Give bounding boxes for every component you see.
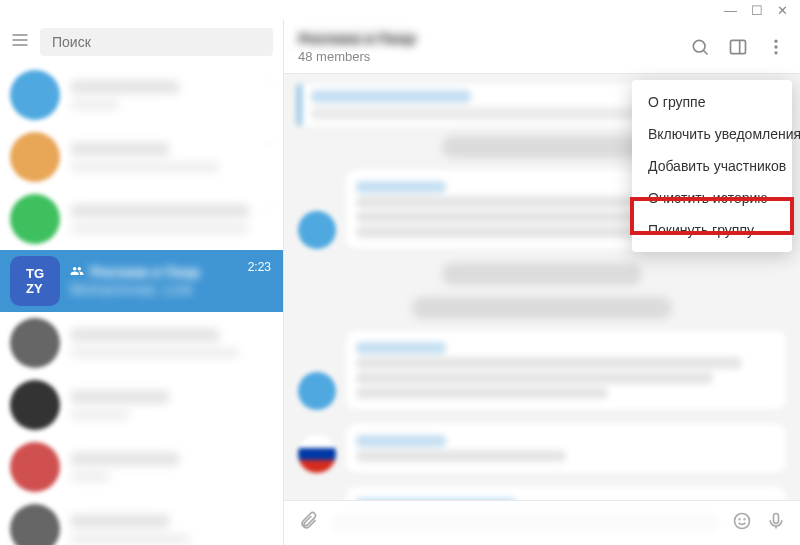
minimize-button[interactable]: — [724,3,737,18]
menu-leave-group[interactable]: Покинуть группу [632,214,792,246]
chat-list: · · · TGZY Реклама и Пиар Mohammad, Link… [0,64,283,545]
svg-rect-13 [774,514,779,524]
menu-enable-notifications[interactable]: Включить уведомления [632,118,792,150]
chat-list-item[interactable]: · [0,126,283,188]
chat-list-item[interactable]: · [0,64,283,126]
chat-list-item[interactable] [0,436,283,498]
svg-point-11 [739,519,740,520]
service-message [412,297,672,319]
chat-avatar: TGZY [10,256,60,306]
search-input[interactable] [40,28,273,56]
svg-line-4 [704,50,708,54]
group-icon [70,264,84,281]
date-separator [442,136,642,158]
chat-header: Реклама и Пиар 48 members [284,20,800,74]
chat-list-item[interactable] [0,374,283,436]
more-options-icon[interactable] [766,37,786,57]
chat-title: Реклама и Пиар [90,264,200,280]
chat-list-item[interactable]: · [0,188,283,250]
chat-list-item[interactable] [0,312,283,374]
message[interactable] [298,424,786,473]
header-title[interactable]: Реклама и Пиар [298,30,418,45]
svg-rect-5 [731,40,746,53]
svg-point-9 [774,51,777,54]
svg-point-3 [693,40,705,52]
header-members[interactable]: 48 members [298,49,418,64]
svg-point-8 [774,45,777,48]
close-button[interactable]: ✕ [777,3,788,18]
microphone-icon[interactable] [766,511,786,535]
sidebar: · · · TGZY Реклама и Пиар Mohammad, Link… [0,20,284,545]
message[interactable] [298,487,786,500]
maximize-button[interactable]: ☐ [751,3,763,18]
menu-clear-history[interactable]: Очистить историю [632,182,792,214]
service-message [442,263,642,285]
search-icon[interactable] [690,37,710,57]
message-composer [284,500,800,545]
svg-point-7 [774,39,777,42]
window-titlebar: — ☐ ✕ [0,0,800,20]
svg-point-10 [735,514,750,529]
chat-list-item[interactable] [0,498,283,545]
sidepanel-icon[interactable] [728,37,748,57]
chat-list-item-active[interactable]: TGZY Реклама и Пиар Mohammad, Link 2:23 [0,250,283,312]
menu-add-members[interactable]: Добавить участников [632,150,792,182]
chat-time: 2:23 [248,260,271,274]
message-input[interactable] [332,514,718,532]
chat-subtitle: Mohammad, Link [70,281,273,299]
svg-point-12 [744,519,745,520]
hamburger-menu-icon[interactable] [10,30,30,54]
attach-icon[interactable] [298,511,318,535]
message[interactable] [298,331,786,410]
main-panel: Реклама и Пиар 48 members [284,20,800,545]
menu-about-group[interactable]: О группе [632,86,792,118]
emoji-icon[interactable] [732,511,752,535]
options-dropdown: О группе Включить уведомления Добавить у… [632,80,792,252]
